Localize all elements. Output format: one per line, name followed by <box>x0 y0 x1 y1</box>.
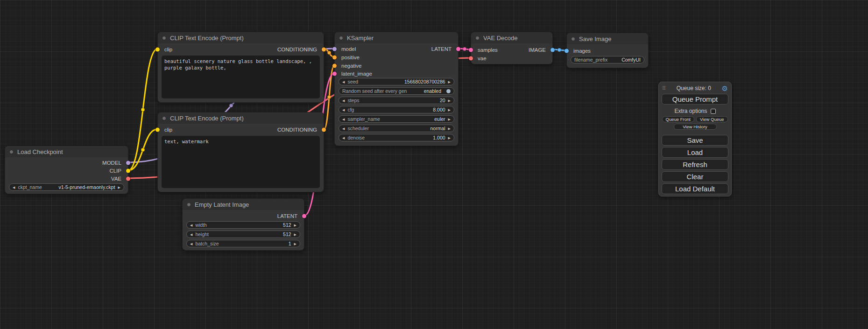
widget-seed[interactable]: ◀ seed 156680208700286 ▶ <box>339 78 454 85</box>
node-clip-text-encode-negative[interactable]: CLIP Text Encode (Prompt) clip CONDITION… <box>157 112 324 192</box>
node-title-bar[interactable]: VAE Decode <box>471 32 552 43</box>
next-arrow-icon[interactable]: ▶ <box>294 242 296 245</box>
node-clip-text-encode-positive[interactable]: CLIP Text Encode (Prompt) clip CONDITION… <box>157 32 324 103</box>
widget-filename-prefix[interactable]: filename_prefix ComfyUI <box>571 56 644 63</box>
input-dot-samples[interactable] <box>469 48 473 52</box>
next-arrow-icon[interactable]: ▶ <box>294 233 296 236</box>
link-midpoint-dot[interactable] <box>327 51 331 55</box>
link-midpoint-dot[interactable] <box>327 95 331 99</box>
link-midpoint-dot[interactable] <box>229 104 233 107</box>
prev-arrow-icon[interactable]: ◀ <box>190 233 192 236</box>
view-history-button[interactable]: View History <box>674 124 717 130</box>
node-empty-latent-image[interactable]: Empty Latent Image LATENT ◀ width 512 ▶ … <box>182 198 304 251</box>
output-dot-image[interactable] <box>550 48 555 52</box>
prev-arrow-icon[interactable]: ◀ <box>342 127 345 130</box>
widget-height[interactable]: ◀ height 512 ▶ <box>186 231 300 238</box>
link-midpoint-dot[interactable] <box>463 47 466 51</box>
widget-denoise[interactable]: ◀ denoise 1.000 ▶ <box>339 134 454 141</box>
node-title-bar[interactable]: Save Image <box>567 33 648 44</box>
prompt-textarea[interactable]: text, watermark <box>162 136 320 188</box>
queue-front-button[interactable]: Queue Front <box>662 116 694 122</box>
node-vae-decode[interactable]: VAE Decode samples IMAGE vae <box>471 32 553 64</box>
slot-label: LATENT <box>431 46 452 52</box>
widget-random-seed-toggle[interactable]: Random seed after every gen enabled <box>339 87 454 95</box>
widget-ckpt-name[interactable]: ◀ ckpt_name v1-5-pruned-emaonly.ckpt ▶ <box>9 183 124 191</box>
prev-arrow-icon[interactable]: ◀ <box>342 99 345 102</box>
prev-arrow-icon[interactable]: ◀ <box>190 242 192 245</box>
node-title-bar[interactable]: KSampler <box>335 32 458 43</box>
output-dot-conditioning[interactable] <box>322 48 326 52</box>
collapse-dot-icon[interactable] <box>475 36 480 40</box>
link-midpoint-dot[interactable] <box>557 48 561 52</box>
slot-label: vae <box>478 56 487 61</box>
widget-label: seed <box>347 79 358 84</box>
prev-arrow-icon[interactable]: ◀ <box>342 118 345 121</box>
collapse-dot-icon[interactable] <box>162 36 166 40</box>
output-dot-vae[interactable] <box>126 177 130 181</box>
input-dot-latent-image[interactable] <box>332 72 337 76</box>
next-arrow-icon[interactable]: ▶ <box>448 118 451 121</box>
next-arrow-icon[interactable]: ▶ <box>448 99 451 102</box>
input-slot-vae: vae <box>471 55 552 62</box>
prev-arrow-icon[interactable]: ◀ <box>13 186 15 189</box>
next-arrow-icon[interactable]: ▶ <box>294 224 296 227</box>
next-arrow-icon[interactable]: ▶ <box>448 136 451 140</box>
input-dot-model[interactable] <box>332 47 337 51</box>
prev-arrow-icon[interactable]: ◀ <box>190 224 192 227</box>
load-button[interactable]: Load <box>662 147 728 158</box>
node-title-bar[interactable]: CLIP Text Encode (Prompt) <box>158 112 324 124</box>
toggle-on-icon[interactable] <box>446 89 451 93</box>
queue-prompt-button[interactable]: Queue Prompt <box>662 94 728 105</box>
output-dot-latent[interactable] <box>302 214 306 218</box>
link-midpoint-dot[interactable] <box>141 148 145 152</box>
output-dot-conditioning[interactable] <box>322 128 326 132</box>
node-title-bar[interactable]: Load Checkpoint <box>5 146 128 157</box>
widget-label: height <box>195 231 209 237</box>
widget-batch-size[interactable]: ◀ batch_size 1 ▶ <box>186 240 300 247</box>
output-dot-model[interactable] <box>126 161 130 165</box>
link-midpoint-dot[interactable] <box>141 108 145 112</box>
input-dot-clip[interactable] <box>155 128 160 132</box>
next-arrow-icon[interactable]: ▶ <box>448 108 451 112</box>
input-dot-positive[interactable] <box>332 56 337 60</box>
input-dot-negative[interactable] <box>332 64 337 68</box>
input-dot-vae[interactable] <box>469 56 473 61</box>
collapse-dot-icon[interactable] <box>339 36 343 40</box>
widget-scheduler[interactable]: ◀ scheduler normal ▶ <box>339 125 454 132</box>
node-ksampler[interactable]: KSampler model LATENT positive negative … <box>334 32 459 146</box>
prev-arrow-icon[interactable]: ◀ <box>342 136 345 140</box>
node-title: Load Checkpoint <box>17 148 63 155</box>
widget-width[interactable]: ◀ width 512 ▶ <box>186 221 300 229</box>
view-queue-button[interactable]: View Queue <box>696 116 728 122</box>
collapse-dot-icon[interactable] <box>571 37 575 41</box>
save-button[interactable]: Save <box>662 135 728 146</box>
prev-arrow-icon[interactable]: ◀ <box>342 80 345 84</box>
collapse-dot-icon[interactable] <box>9 150 14 154</box>
widget-cfg[interactable]: ◀ cfg 8.000 ▶ <box>339 106 454 113</box>
widget-sampler-name[interactable]: ◀ sampler_name euler ▶ <box>339 115 454 123</box>
clear-button[interactable]: Clear <box>662 171 728 182</box>
next-arrow-icon[interactable]: ▶ <box>448 127 451 130</box>
node-title-bar[interactable]: CLIP Text Encode (Prompt) <box>158 32 324 43</box>
gear-icon[interactable]: ⚙ <box>722 85 728 92</box>
collapse-dot-icon[interactable] <box>187 203 191 207</box>
prev-arrow-icon[interactable]: ◀ <box>342 108 345 112</box>
extra-options-checkbox[interactable] <box>711 109 716 114</box>
output-dot-latent[interactable] <box>456 47 460 51</box>
refresh-button[interactable]: Refresh <box>662 159 728 170</box>
widget-steps[interactable]: ◀ steps 20 ▶ <box>339 97 454 104</box>
collapse-dot-icon[interactable] <box>162 116 166 120</box>
drag-handle-icon[interactable]: ⠿ <box>662 85 666 91</box>
input-dot-clip[interactable] <box>155 48 160 52</box>
next-arrow-icon[interactable]: ▶ <box>448 80 451 84</box>
node-load-checkpoint[interactable]: Load Checkpoint MODEL CLIP VAE ◀ ckpt_na… <box>5 146 128 194</box>
slot-label: MODEL <box>102 160 121 166</box>
node-title-bar[interactable]: Empty Latent Image <box>183 199 304 210</box>
prompt-textarea[interactable]: beautiful scenery nature glass bottle la… <box>162 56 320 98</box>
input-dot-images[interactable] <box>565 49 569 53</box>
node-save-image[interactable]: Save Image images filename_prefix ComfyU… <box>566 33 649 68</box>
load-default-button[interactable]: Load Default <box>662 183 728 194</box>
graph-canvas[interactable]: Load Checkpoint MODEL CLIP VAE ◀ ckpt_na… <box>0 0 868 329</box>
output-dot-clip[interactable] <box>126 169 130 173</box>
next-arrow-icon[interactable]: ▶ <box>118 186 120 189</box>
